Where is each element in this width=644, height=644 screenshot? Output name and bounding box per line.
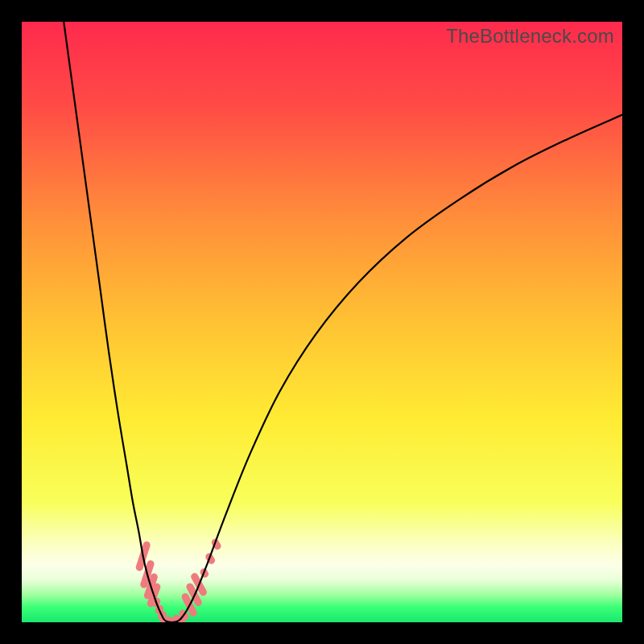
watermark-text: TheBottleneck.com (446, 25, 614, 47)
outer-frame: TheBottleneck.com (0, 0, 644, 644)
curve-layer (22, 22, 622, 622)
plot-area: TheBottleneck.com (22, 22, 622, 622)
bottleneck-curve (64, 22, 622, 622)
